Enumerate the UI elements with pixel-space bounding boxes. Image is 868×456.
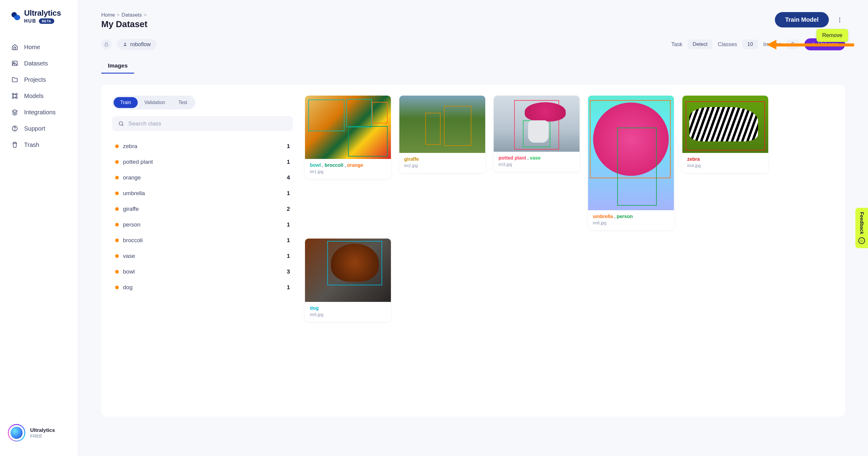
brand-name: Ultralytics xyxy=(24,8,61,18)
train-model-button[interactable]: Train Model xyxy=(775,12,829,27)
class-row[interactable]: person1 xyxy=(112,217,293,232)
nav-label: Integrations xyxy=(24,109,56,116)
breadcrumb-datasets[interactable]: Datasets xyxy=(121,12,142,18)
sidebar-item-support[interactable]: Support xyxy=(5,120,73,137)
svg-point-1 xyxy=(14,15,20,20)
image-labels: dog xyxy=(310,306,386,311)
folder-icon xyxy=(11,76,19,84)
class-name: giraffe xyxy=(123,206,287,212)
svg-rect-13 xyxy=(105,44,107,46)
sidebar-item-datasets[interactable]: Datasets xyxy=(5,55,73,72)
image-card[interactable]: giraffe im2.jpg xyxy=(399,95,485,173)
sidebar: Ultralytics HUB BETA Home Datasets Proje… xyxy=(0,0,79,456)
sidebar-item-home[interactable]: Home xyxy=(5,39,73,55)
image-labels: umbrella, person xyxy=(593,214,669,219)
search-input-wrap[interactable] xyxy=(112,116,293,131)
brand-hub: HUB xyxy=(24,19,36,24)
image-card[interactable]: zebra im4.jpg xyxy=(682,95,768,173)
nav-label: Datasets xyxy=(24,60,48,67)
profile-name: Ultralytics xyxy=(30,427,55,433)
svg-point-15 xyxy=(119,121,123,125)
class-dot xyxy=(115,144,119,148)
image-card[interactable]: bowl, broccoli, orange im1.jpg xyxy=(305,95,391,179)
nav-label: Models xyxy=(24,93,43,99)
class-name: vase xyxy=(123,253,287,259)
class-count: 1 xyxy=(287,190,290,197)
class-row[interactable]: zebra1 xyxy=(112,138,293,154)
remove-menu-item[interactable]: Remove xyxy=(816,29,848,42)
image-labels: bowl, broccoli, orange xyxy=(310,163,386,168)
class-row[interactable]: broccoli1 xyxy=(112,232,293,248)
class-dot xyxy=(115,223,119,227)
image-card[interactable]: umbrella, person im6.jpg xyxy=(588,95,674,230)
class-count: 1 xyxy=(287,143,290,150)
image-filename: im3.jpg xyxy=(498,162,575,167)
image-card[interactable]: dog im5.jpg xyxy=(305,238,391,322)
lock-icon xyxy=(101,39,112,50)
breadcrumb-home[interactable]: Home xyxy=(101,12,115,18)
sidebar-item-trash[interactable]: Trash xyxy=(5,137,73,153)
split-test[interactable]: Test xyxy=(172,97,194,108)
image-filename: im6.jpg xyxy=(593,221,669,225)
page-title: My Dataset xyxy=(101,19,147,29)
nav-label: Trash xyxy=(24,141,39,148)
svg-point-14 xyxy=(124,43,126,44)
class-dot xyxy=(115,207,119,211)
sidebar-item-projects[interactable]: Projects xyxy=(5,72,73,88)
label-tag: person xyxy=(617,214,632,219)
search-input[interactable] xyxy=(128,120,287,127)
class-count: 1 xyxy=(287,253,290,259)
image-card[interactable]: potted plant, vase im3.jpg xyxy=(494,95,580,172)
image-filename: im1.jpg xyxy=(310,169,386,174)
owner-name: roboflow xyxy=(130,41,151,48)
tab-images[interactable]: Images xyxy=(101,59,134,74)
main-content: Home > Datasets > My Dataset Train Model… xyxy=(79,0,868,456)
search-icon xyxy=(118,121,124,127)
profile-plan: FREE xyxy=(30,433,55,438)
breadcrumb-separator: > xyxy=(144,12,147,18)
class-count: 4 xyxy=(287,174,290,181)
class-dot xyxy=(115,192,119,195)
class-row[interactable]: dog1 xyxy=(112,280,293,295)
class-dot xyxy=(115,286,119,289)
svg-point-9 xyxy=(14,130,15,130)
command-icon xyxy=(11,92,19,100)
class-name: person xyxy=(123,221,287,228)
label-tag: bowl xyxy=(310,163,321,168)
label-tag: vase xyxy=(530,155,541,161)
class-row[interactable]: giraffe2 xyxy=(112,201,293,217)
trash-icon xyxy=(11,141,19,149)
more-menu-button[interactable] xyxy=(834,15,845,25)
class-row[interactable]: potted plant1 xyxy=(112,154,293,170)
avatar xyxy=(8,424,25,441)
class-row[interactable]: vase1 xyxy=(112,248,293,264)
annotation-arrow xyxy=(767,41,857,48)
image-filename: im5.jpg xyxy=(310,312,386,317)
classes-value: 10 xyxy=(742,39,758,49)
sidebar-item-integrations[interactable]: Integrations xyxy=(5,104,73,120)
logo[interactable]: Ultralytics HUB BETA xyxy=(0,8,78,33)
profile[interactable]: Ultralytics FREE xyxy=(0,418,78,448)
class-dot xyxy=(115,238,119,242)
class-row[interactable]: umbrella1 xyxy=(112,186,293,201)
image-filename: im2.jpg xyxy=(404,163,480,168)
class-name: umbrella xyxy=(123,190,287,197)
image-filename: im4.jpg xyxy=(687,163,764,168)
feedback-tab[interactable]: Feedback ☺ xyxy=(855,208,868,248)
label-tag: umbrella xyxy=(593,214,613,219)
sidebar-item-models[interactable]: Models xyxy=(5,88,73,104)
split-validation[interactable]: Validation xyxy=(138,97,172,108)
svg-point-6 xyxy=(12,97,14,98)
image-grid: bowl, broccoli, orange im1.jpg giraffe i… xyxy=(305,95,834,406)
svg-point-7 xyxy=(16,97,18,98)
breadcrumb: Home > Datasets > xyxy=(101,12,147,18)
svg-point-4 xyxy=(12,93,14,95)
label-tag: potted plant xyxy=(498,155,526,161)
owner-pill[interactable]: roboflow xyxy=(117,39,157,50)
split-train[interactable]: Train xyxy=(114,97,138,108)
class-row[interactable]: orange4 xyxy=(112,170,293,186)
class-name: zebra xyxy=(123,143,287,150)
class-row[interactable]: bowl3 xyxy=(112,264,293,280)
image-labels: potted plant, vase xyxy=(498,155,575,161)
svg-point-12 xyxy=(839,21,840,22)
